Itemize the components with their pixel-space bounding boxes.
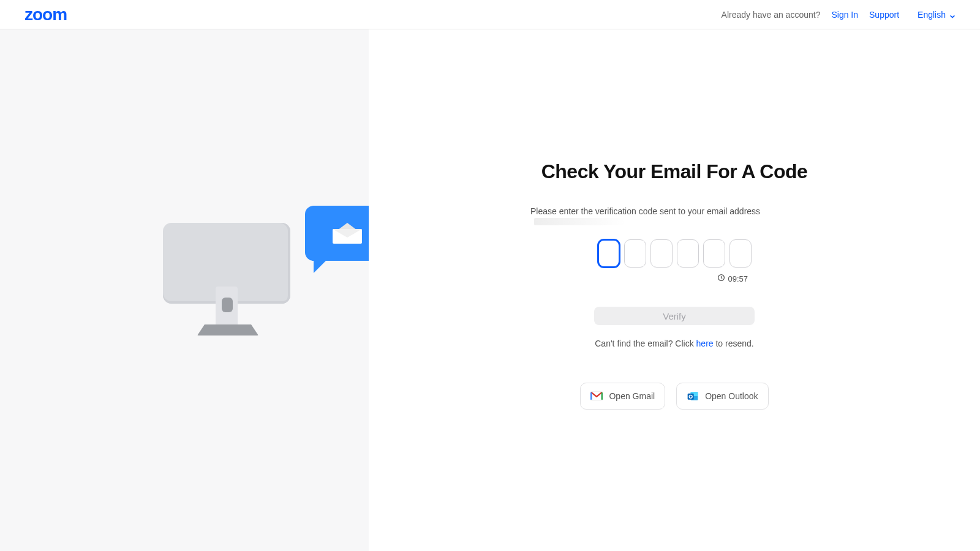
code-input-row xyxy=(598,239,752,268)
main-area: Check Your Email For A Code Please enter… xyxy=(0,29,980,551)
code-digit-6[interactable] xyxy=(729,239,752,268)
outlook-icon xyxy=(687,391,699,401)
speech-bubble-icon xyxy=(305,206,369,261)
instruction-label: Please enter the verification code sent … xyxy=(530,206,760,216)
resend-link[interactable]: here xyxy=(696,339,714,348)
code-digit-1[interactable] xyxy=(598,239,620,268)
code-digit-3[interactable] xyxy=(650,239,673,268)
envelope-icon xyxy=(333,223,362,244)
resend-prefix: Can't find the email? Click xyxy=(595,339,696,348)
monitor-button xyxy=(222,298,233,312)
clock-icon xyxy=(717,274,725,283)
open-gmail-label: Open Gmail xyxy=(609,391,655,401)
account-prompt-text: Already have an account? xyxy=(722,10,821,20)
speech-bubble-tail xyxy=(314,256,331,273)
code-digit-4[interactable] xyxy=(677,239,699,268)
svg-rect-2 xyxy=(590,392,592,400)
verify-button[interactable]: Verify xyxy=(594,307,755,325)
instruction-text: Please enter the verification code sent … xyxy=(530,206,818,226)
timer-value: 09:57 xyxy=(728,274,748,283)
open-mail-row: Open Gmail Open Outlook xyxy=(580,383,768,410)
header-right: Already have an account? Sign In Support… xyxy=(722,10,956,20)
resend-row: Can't find the email? Click here to rese… xyxy=(595,339,754,348)
svg-rect-6 xyxy=(688,394,694,400)
monitor-base xyxy=(197,324,258,335)
code-digit-2[interactable] xyxy=(624,239,646,268)
resend-suffix: to resend. xyxy=(714,339,754,348)
form-pane: Check Your Email For A Code Please enter… xyxy=(369,29,980,551)
gmail-icon xyxy=(590,391,603,401)
masked-email xyxy=(534,218,626,225)
timer-row: 09:57 xyxy=(601,274,748,283)
open-gmail-button[interactable]: Open Gmail xyxy=(580,383,665,410)
sign-in-link[interactable]: Sign In xyxy=(831,10,858,20)
language-selector[interactable]: English xyxy=(918,10,956,20)
illustration-pane xyxy=(0,29,369,551)
svg-rect-3 xyxy=(601,392,603,400)
open-outlook-button[interactable]: Open Outlook xyxy=(676,383,768,410)
support-link[interactable]: Support xyxy=(869,10,899,20)
code-digit-5[interactable] xyxy=(703,239,725,268)
top-header: zoom Already have an account? Sign In Su… xyxy=(0,0,980,29)
email-illustration xyxy=(163,206,369,365)
language-label: English xyxy=(918,10,946,20)
page-title: Check Your Email For A Code xyxy=(541,160,808,183)
chevron-down-icon xyxy=(949,12,956,18)
zoom-logo: zoom xyxy=(24,5,67,24)
open-outlook-label: Open Outlook xyxy=(705,391,758,401)
